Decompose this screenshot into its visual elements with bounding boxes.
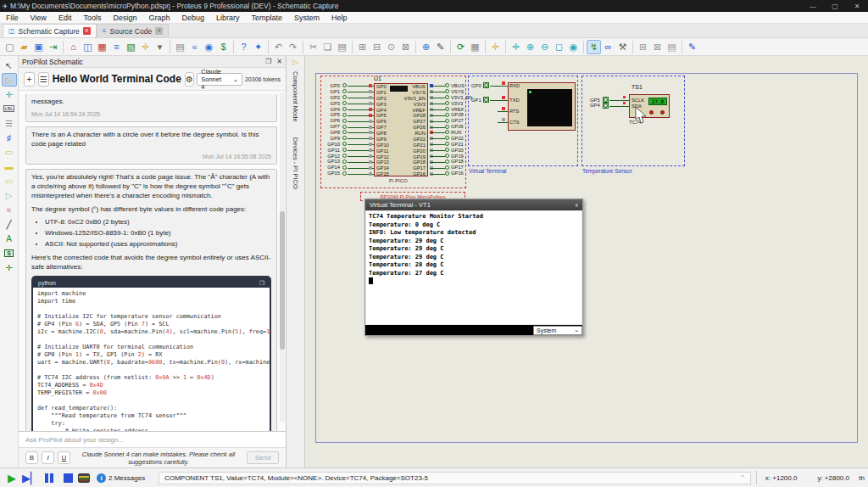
maximize-button[interactable]: ▢: [824, 0, 846, 12]
zoom-sheet-icon[interactable]: ◉: [566, 40, 581, 54]
terminal-GP27[interactable]: [445, 119, 449, 123]
terminal-mode-icon[interactable]: ▬: [2, 160, 17, 173]
terminal-GP11[interactable]: [342, 148, 347, 152]
menu-tools[interactable]: Tools: [77, 12, 107, 24]
pcb-layout-icon[interactable]: ▦: [95, 40, 109, 54]
underline-button[interactable]: U: [58, 451, 70, 464]
temperature-sensor-section[interactable]: TS1SCLKSDA27.0TC74GP5GP4: [581, 76, 685, 166]
component-mode-icon[interactable]: ▷: [2, 73, 17, 87]
terminal-GP18[interactable]: [445, 160, 449, 164]
tab-close-icon[interactable]: ✕: [155, 27, 163, 35]
save-project-icon[interactable]: ▣: [31, 40, 46, 54]
step-simulation-button[interactable]: ▶▏: [22, 471, 39, 485]
vt1-close-icon[interactable]: x: [576, 202, 579, 208]
copy-code-icon[interactable]: ❐: [259, 279, 264, 287]
menu-view[interactable]: View: [25, 12, 53, 24]
terminal-GP14[interactable]: [342, 165, 347, 170]
sensor-button[interactable]: [649, 110, 654, 115]
terminal-V3V3_EN[interactable]: [445, 95, 449, 99]
close-panel-icon[interactable]: ✕: [276, 58, 282, 65]
design-explorer-icon[interactable]: ▤: [173, 40, 187, 54]
menu-library[interactable]: Library: [210, 12, 246, 24]
copy-icon[interactable]: ❏: [320, 40, 335, 54]
device-pin-icon[interactable]: ▭: [2, 174, 17, 188]
menu-file[interactable]: File: [0, 12, 25, 24]
terminal-GP19[interactable]: [445, 154, 449, 158]
close-button[interactable]: ✕: [846, 0, 868, 12]
source-code-icon[interactable]: ≡: [109, 40, 124, 54]
pick-parts-icon[interactable]: ⊕: [419, 40, 433, 54]
block-delete-icon[interactable]: ⊠: [398, 40, 413, 54]
vt1-charset-select[interactable]: System ⌄: [533, 326, 582, 335]
dropdown-caret-icon[interactable]: ▾: [153, 40, 167, 54]
terminal-GP21[interactable]: [445, 142, 449, 146]
import-project-icon[interactable]: ⇥: [46, 40, 60, 54]
zoom-in-icon[interactable]: ⊕: [523, 40, 537, 54]
send-button[interactable]: Send: [247, 451, 279, 464]
block-move-icon[interactable]: ⊟: [370, 40, 384, 54]
tab-source-code[interactable]: ≡ Source Code ✕: [97, 24, 169, 37]
tab-schematic-capture[interactable]: ◫ Schematic Capture ✕: [3, 24, 97, 37]
redo-icon[interactable]: ↷: [286, 40, 300, 54]
zoom-area-icon[interactable]: ◻: [552, 40, 566, 54]
origin-icon[interactable]: ✛: [488, 40, 503, 54]
terminal-GP9[interactable]: [342, 136, 347, 140]
terminal-GP6[interactable]: [342, 119, 347, 123]
marker-icon[interactable]: ✛: [2, 260, 17, 274]
block-rotate-icon[interactable]: ⊙: [384, 40, 398, 54]
design-notes-icon[interactable]: ✎: [685, 40, 699, 54]
terminal-GP10[interactable]: [342, 142, 347, 146]
make-device-icon[interactable]: ✎: [433, 40, 448, 54]
refresh-display-icon[interactable]: ⟳: [453, 40, 468, 54]
zoom-to-fit-icon[interactable]: ✛: [138, 40, 153, 54]
terminal-GP16[interactable]: [445, 171, 449, 176]
property-assignment-icon[interactable]: ⚒: [615, 40, 630, 54]
bus-mode-icon[interactable]: ♯: [2, 131, 17, 144]
chat-menu-button[interactable]: ☰: [38, 72, 49, 87]
virtual-terminal-window[interactable]: Virtual Terminal - VT1 x TC74 Temperatur…: [364, 199, 583, 336]
model-select[interactable]: Claude Sonnet 4 ⌄: [197, 73, 242, 86]
search-tag-icon[interactable]: ∞: [601, 40, 615, 54]
menu-debug[interactable]: Debug: [175, 12, 210, 24]
pause-simulation-button[interactable]: [41, 471, 58, 485]
terminal-GP1[interactable]: [342, 89, 347, 93]
3d-visualizer-icon[interactable]: ▧: [124, 40, 138, 54]
vt1-title-bar[interactable]: Virtual Terminal - VT1 x: [365, 199, 582, 210]
terminal-GP28[interactable]: [445, 113, 449, 117]
terminal-GP4[interactable]: [603, 103, 609, 109]
home-page-icon[interactable]: ⌂: [66, 40, 81, 54]
remove-sheet-icon[interactable]: ⊠: [650, 40, 665, 54]
simulation-log-icon[interactable]: [78, 473, 90, 483]
terminal-V3V3[interactable]: [445, 101, 449, 105]
virtual-terminal-section[interactable]: RXDGP0TXDGP1RTSCTS: [468, 76, 578, 166]
expand-status-icon[interactable]: ⌃: [740, 474, 745, 481]
stop-simulation-button[interactable]: [59, 471, 76, 485]
bill-of-materials-icon[interactable]: $: [216, 40, 231, 54]
tab-close-icon[interactable]: ✕: [83, 27, 91, 35]
block-copy-icon[interactable]: ⊞: [355, 40, 370, 54]
toggle-grid-icon[interactable]: ▦: [468, 40, 482, 54]
new-sheet-icon[interactable]: ⊞: [636, 40, 650, 54]
text-script-icon[interactable]: ☰: [2, 116, 17, 130]
graph-mode-icon[interactable]: ▷: [2, 188, 17, 202]
terminal-VSYS[interactable]: [445, 89, 449, 93]
sensor-button[interactable]: [660, 110, 665, 115]
terminal-RUN[interactable]: [445, 130, 449, 134]
goto-sheet-icon[interactable]: ▤: [665, 40, 679, 54]
bold-button[interactable]: B: [25, 451, 38, 464]
terminal-GP0[interactable]: [342, 83, 347, 87]
menu-graph[interactable]: Graph: [142, 12, 175, 24]
chat-input[interactable]: Ask ProPilot about your design...: [19, 431, 286, 447]
previous-sheet-icon[interactable]: «: [187, 40, 202, 54]
pan-icon[interactable]: ✛: [509, 40, 523, 54]
selection-mode-icon[interactable]: ↖: [2, 59, 17, 72]
tape-recorder-icon[interactable]: ≈: [2, 203, 17, 216]
terminal-VREF[interactable]: [445, 107, 449, 111]
minimize-button[interactable]: —: [802, 0, 824, 12]
italic-button[interactable]: I: [42, 451, 54, 464]
schematic-canvas[interactable]: U1GP0VBUSGP1VSYSGP2V3V3_ENGP3V3V3GP4VREF…: [305, 56, 868, 467]
run-simulation-button[interactable]: ▶: [3, 471, 20, 485]
terminal-GP4[interactable]: [342, 107, 347, 111]
terminal-GP5[interactable]: [342, 113, 347, 117]
terminal-VBUS[interactable]: [445, 83, 449, 87]
